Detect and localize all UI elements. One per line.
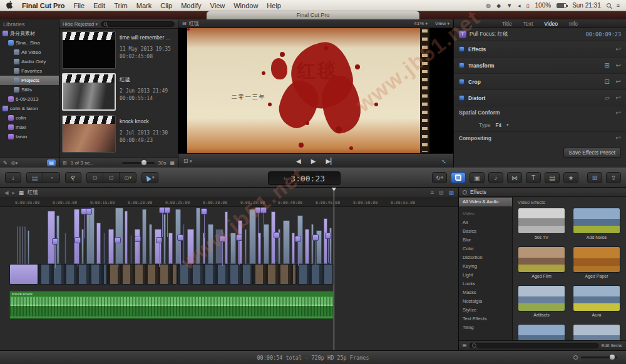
connected-clip[interactable] xyxy=(48,211,55,264)
timeline-marker[interactable] xyxy=(260,207,267,213)
effects-footer-icon[interactable]: ⊟ xyxy=(463,343,466,348)
inspector-tab[interactable]: Text xyxy=(523,21,533,27)
timeline-canvas[interactable]: knock knock xyxy=(0,207,458,350)
effects-category[interactable]: Text Effects xyxy=(459,315,512,323)
effects-category[interactable]: Tiling xyxy=(459,323,512,332)
effect-thumbnail[interactable] xyxy=(573,208,620,234)
connected-clip[interactable] xyxy=(163,214,166,264)
background-tasks-icon[interactable]: ◔ xyxy=(43,173,59,183)
connected-clip[interactable] xyxy=(208,224,213,264)
clip-filter-icon[interactable]: ◎▾ xyxy=(11,160,18,166)
filmstrip-icon[interactable]: ▦ xyxy=(170,160,175,166)
filter-dropdown[interactable]: Hide Rejected ▾ xyxy=(63,21,98,27)
section-enable-checkbox[interactable] xyxy=(459,63,464,68)
connected-clip[interactable] xyxy=(168,233,173,264)
connected-clip[interactable] xyxy=(96,223,101,264)
inspector-section-row[interactable]: Effects ↩ xyxy=(454,41,626,58)
connected-clip[interactable] xyxy=(130,235,132,264)
storyline-clip[interactable] xyxy=(9,264,38,285)
effects-category[interactable]: Distortion xyxy=(459,253,512,262)
connected-clip[interactable] xyxy=(103,233,105,264)
library-tree-item[interactable]: Stills xyxy=(0,85,59,94)
storyline-clip[interactable] xyxy=(38,264,107,285)
snapping-icon[interactable]: ▥ xyxy=(448,190,454,196)
timeline-marker[interactable] xyxy=(52,238,58,245)
effects-category[interactable]: Keying xyxy=(459,262,512,271)
spatial-type-caret-icon[interactable]: ▾ xyxy=(506,123,509,128)
connected-clip[interactable] xyxy=(258,233,261,264)
connected-clip[interactable] xyxy=(187,229,194,264)
spatial-type-value[interactable]: Fit xyxy=(495,122,501,128)
thumbnail-duration-slider[interactable] xyxy=(122,162,155,164)
save-effects-preset-button[interactable]: Save Effects Preset xyxy=(563,148,622,158)
inspector-tab[interactable]: Title xyxy=(502,21,512,27)
menu-item-file[interactable]: File xyxy=(73,2,85,9)
timeline-marker[interactable] xyxy=(156,237,162,243)
connected-clip[interactable] xyxy=(115,208,123,264)
connected-clip[interactable] xyxy=(245,229,247,264)
timeline-marker[interactable] xyxy=(295,236,301,242)
menu-item-app[interactable]: Final Cut Pro xyxy=(22,2,64,9)
connected-clip[interactable] xyxy=(19,226,21,264)
marker-icon[interactable]: ⊙ ▾ xyxy=(120,173,136,183)
select-tool-button[interactable]: ▾ xyxy=(141,172,158,183)
effect-thumbnail[interactable] xyxy=(518,246,565,273)
timeline-marker[interactable] xyxy=(325,233,331,239)
storyline-clip[interactable] xyxy=(177,264,252,285)
timeline-history-back[interactable]: ◀ xyxy=(4,190,9,196)
timeline-marker[interactable] xyxy=(135,236,141,242)
connected-clip[interactable] xyxy=(264,224,269,264)
effects-category[interactable]: Looks xyxy=(459,280,512,288)
browser-search-input[interactable] xyxy=(101,21,175,27)
wifi-icon[interactable]: ▼ xyxy=(506,3,512,9)
connected-clip[interactable] xyxy=(155,229,162,264)
connected-clip[interactable] xyxy=(22,226,23,264)
effects-search-input[interactable] xyxy=(470,343,598,348)
bluetooth-icon[interactable]: ◆ xyxy=(496,3,501,9)
play-button[interactable]: ▶ xyxy=(311,158,316,164)
connected-clip[interactable] xyxy=(125,211,128,264)
effect-item[interactable]: Add Noise xyxy=(573,208,620,241)
previous-frame-button[interactable]: ◀ xyxy=(296,158,301,164)
menu-item-mark[interactable]: Mark xyxy=(136,2,151,9)
timeline-index-button[interactable]: ⊞ xyxy=(587,172,602,183)
effect-thumbnail[interactable] xyxy=(573,246,620,273)
timeline-marker[interactable] xyxy=(177,235,183,241)
time-machine-icon[interactable]: ◍ xyxy=(486,3,491,9)
timeline-marker[interactable] xyxy=(74,237,81,243)
filmstrip-view-button[interactable]: ▤ xyxy=(47,159,56,166)
themes-browser-button[interactable]: ★ xyxy=(563,172,578,183)
menu-item-window[interactable]: Window xyxy=(233,2,258,9)
connected-clip[interactable] xyxy=(324,218,327,264)
library-tree-item[interactable]: 6-09-2013 xyxy=(0,94,59,104)
notification-center-icon[interactable]: ≡ xyxy=(617,3,620,9)
connected-clip[interactable] xyxy=(17,226,18,264)
inspector-section-row[interactable]: Transform ⊞ ↩ xyxy=(454,58,626,74)
playhead[interactable] xyxy=(334,188,334,350)
section-reset-icon[interactable]: ↩ xyxy=(616,94,621,101)
connected-clip[interactable] xyxy=(108,229,114,264)
library-tree-item[interactable]: Favorites xyxy=(0,66,59,76)
menu-item-clip[interactable]: Clip xyxy=(160,2,172,9)
library-tree-item[interactable]: colin & taron xyxy=(0,104,59,113)
section-enable-checkbox[interactable] xyxy=(459,95,464,101)
effects-category[interactable]: All xyxy=(459,218,512,227)
timeline-marker[interactable] xyxy=(274,232,280,238)
effects-category[interactable]: Blur xyxy=(459,236,512,245)
inspector-section-row[interactable]: Crop ⊡ ↩ xyxy=(454,74,626,90)
photos-browser-button[interactable]: ▣ xyxy=(470,172,485,183)
keyword-editor-icon[interactable]: ▤ xyxy=(27,173,43,183)
inspector-section-row[interactable]: Distort ▱ ↩ xyxy=(454,90,626,106)
compositing-label[interactable]: Compositing xyxy=(459,135,491,141)
effect-thumbnail[interactable] xyxy=(518,285,565,311)
menu-item-trim[interactable]: Trim xyxy=(114,2,128,9)
timeline-marker[interactable] xyxy=(312,235,319,241)
effect-thumbnail[interactable] xyxy=(518,324,565,340)
effects-browser-button[interactable] xyxy=(451,172,466,183)
menu-item-help[interactable]: Help xyxy=(267,2,281,9)
connected-clip[interactable] xyxy=(183,224,185,264)
timeline-marker[interactable] xyxy=(219,236,225,242)
key-tool-button[interactable]: P xyxy=(65,172,81,183)
clip-thumbnail[interactable] xyxy=(62,31,116,69)
spotlight-icon[interactable] xyxy=(607,3,611,8)
